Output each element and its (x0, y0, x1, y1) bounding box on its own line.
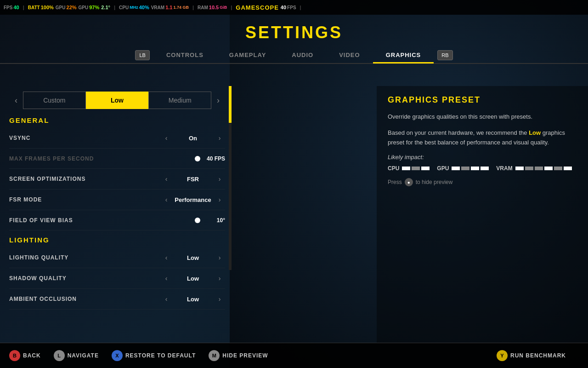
page-title: SETTINGS (0, 18, 588, 42)
hud-bar: FPS 40 | BATT 100% GPU 22% GPU 97% 2.1° … (0, 0, 588, 15)
fsrmode-label: FSR MODE (9, 196, 161, 203)
tab-gameplay[interactable]: GAMEPLAY (216, 48, 279, 62)
gpu-impact-label: GPU (437, 165, 449, 172)
tab-controls[interactable]: CONTROLS (153, 48, 216, 62)
setting-row-fsrmode: FSR MODE ‹ Performance › (9, 190, 225, 210)
vram-seg-5 (554, 167, 562, 170)
vram-impact: VRAM (496, 165, 571, 172)
hint-icon: ● (405, 178, 413, 186)
hide-preview-hint: Press ● to hide preview (388, 178, 577, 186)
lightingquality-prev[interactable]: ‹ (161, 252, 172, 263)
screenopt-control: ‹ FSR › (161, 173, 225, 184)
m-button-icon: M (209, 350, 220, 361)
ambientocclusion-next[interactable]: › (214, 293, 225, 305)
fov-value: 10° (202, 217, 225, 224)
screenopt-next[interactable]: › (214, 173, 225, 184)
preset-selector: ‹ Custom Low Medium › (9, 92, 225, 109)
b-button-icon: B (9, 350, 20, 361)
fsrmode-control: ‹ Performance › (161, 194, 225, 205)
screenopt-prev[interactable]: ‹ (161, 173, 172, 184)
setting-row-maxfps: MAX FRAMES PER SECOND 40 FPS (9, 149, 225, 169)
hide-preview-action[interactable]: M HIDE PREVIEW (209, 350, 268, 361)
screenopt-value: FSR (175, 176, 211, 183)
left-panel[interactable]: ‹ Custom Low Medium › GENERAL VSYNC ‹ On… (0, 86, 234, 343)
graphics-preset-title: GRAPHICS PRESET (388, 95, 577, 105)
cpu-seg-2 (412, 167, 420, 170)
ambientocclusion-prev[interactable]: ‹ (161, 293, 172, 305)
setting-row-shadowquality: SHADOW QUALITY ‹ Low › (9, 268, 225, 289)
vram-seg-4 (544, 167, 553, 170)
tab-video[interactable]: VIDEO (326, 48, 373, 62)
general-section-header: GENERAL (9, 116, 225, 124)
vram-impact-bars (515, 167, 572, 170)
navigate-label: NAVIGATE (68, 352, 99, 359)
shadowquality-control: ‹ Low › (161, 273, 225, 284)
cpu-seg-3 (421, 167, 430, 170)
preset-low[interactable]: Low (86, 92, 149, 109)
hud-gpu2: GPU 97% (79, 5, 100, 10)
preset-medium[interactable]: Medium (148, 92, 211, 109)
maxfps-label: MAX FRAMES PER SECOND (9, 155, 198, 162)
hide-preview-label: HIDE PREVIEW (222, 352, 268, 359)
lightingquality-next[interactable]: › (214, 252, 225, 263)
gpu-seg-3 (471, 167, 479, 170)
tab-graphics[interactable]: GRAPHICS (373, 48, 434, 63)
hud-gamescope: GAMESCOPE (236, 4, 279, 11)
setting-row-screenopt: SCREEN OPTIMIZATIONS ‹ FSR › (9, 169, 225, 190)
gpu-seg-4 (481, 167, 489, 170)
ambientocclusion-label: AMBIENT OCCLUSION (9, 296, 161, 302)
setting-row-ambientocclusion: AMBIENT OCCLUSION ‹ Low › (9, 289, 225, 310)
gpu-seg-2 (461, 167, 469, 170)
lightingquality-value: Low (175, 254, 211, 261)
tab-navigation: LB CONTROLS GAMEPLAY AUDIO VIDEO GRAPHIC… (0, 48, 588, 64)
hud-temp: 2.1° (101, 5, 110, 10)
maxfps-control: 40 FPS (198, 155, 225, 162)
tab-rb-button[interactable]: RB (437, 50, 452, 60)
preset-custom[interactable]: Custom (23, 92, 86, 109)
fov-thumb[interactable] (195, 218, 200, 223)
hud-fps: FPS 40 (4, 5, 19, 10)
ambientocclusion-value: Low (175, 296, 211, 303)
lightingquality-control: ‹ Low › (161, 252, 225, 263)
navigate-action[interactable]: L NAVIGATE (54, 350, 99, 361)
likely-impact-label: Likely impact: (388, 154, 577, 161)
benchmark-action[interactable]: Y RUN BENCHMARK (497, 350, 566, 361)
preset-highlight: Low (529, 129, 541, 136)
shadowquality-next[interactable]: › (214, 273, 225, 284)
bottom-bar: B BACK L NAVIGATE X RESTORE TO DEFAULT M… (0, 343, 588, 368)
preset-prev-arrow[interactable]: ‹ (9, 92, 23, 109)
fov-label: FIELD OF VIEW BIAS (9, 217, 198, 224)
gpu-impact-bars (452, 167, 489, 170)
shadowquality-prev[interactable]: ‹ (161, 273, 172, 284)
maxfps-thumb[interactable] (195, 156, 200, 161)
cpu-impact: CPU (388, 165, 430, 172)
setting-row-vsync: VSYNC ‹ On › (9, 128, 225, 149)
main-content: SETTINGS LB CONTROLS GAMEPLAY AUDIO VIDE… (0, 15, 588, 368)
fsrmode-value: Performance (175, 196, 211, 203)
hud-batt: BATT 100% (28, 5, 54, 10)
vsync-prev[interactable]: ‹ (161, 132, 172, 144)
hud-gpu1: GPU 22% (56, 5, 77, 10)
vram-seg-1 (515, 167, 524, 170)
preset-next-arrow[interactable]: › (211, 92, 225, 109)
back-action[interactable]: B BACK (9, 350, 41, 361)
benchmark-label: RUN BENCHMARK (510, 352, 566, 359)
tab-lb-button[interactable]: LB (135, 50, 149, 60)
gpu-seg-1 (452, 167, 460, 170)
x-button-icon: X (112, 350, 123, 361)
fsrmode-next[interactable]: › (214, 194, 225, 205)
hud-ram: RAM 10.5 GiB (198, 5, 227, 10)
scroll-indicator (229, 86, 232, 270)
impact-bars: CPU GPU VRAM (388, 165, 577, 172)
restore-action[interactable]: X RESTORE TO DEFAULT (112, 350, 196, 361)
vram-seg-2 (525, 167, 533, 170)
ambientocclusion-control: ‹ Low › (161, 293, 225, 305)
lightingquality-label: LIGHTING QUALITY (9, 254, 161, 261)
scroll-thumb[interactable] (229, 86, 232, 123)
tab-audio[interactable]: AUDIO (279, 48, 326, 62)
vsync-next[interactable]: › (214, 132, 225, 144)
shadowquality-value: Low (175, 275, 211, 282)
fsrmode-prev[interactable]: ‹ (161, 194, 172, 205)
setting-row-lightingquality: LIGHTING QUALITY ‹ Low › (9, 247, 225, 268)
screenopt-label: SCREEN OPTIMIZATIONS (9, 176, 161, 182)
